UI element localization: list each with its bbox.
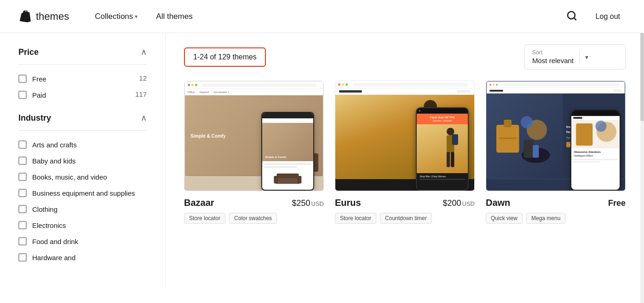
theme-card-bazaar[interactable]: Office Apparel Homeware + Simple & Comfy [184,81,324,230]
filter-label-clothing: Clothing [32,204,58,214]
sort-divider [579,52,580,63]
svg-line-1 [574,17,575,19]
filter-label-books: Books, music, and video [32,172,107,182]
filter-item-hardware[interactable]: Hardware and [18,253,147,262]
filter-label-paid: Paid [32,90,46,100]
sort-label: Sort Most relevant [532,49,574,64]
checkbox-hardware[interactable] [18,253,27,262]
tag-eurus-store-locator[interactable]: Store locator [335,213,376,224]
nav-collections[interactable]: Collections ▾ [87,8,145,25]
price-collapse-icon: ∧ [141,47,147,57]
price-filter-header[interactable]: Price ∧ [18,47,147,57]
filter-count-paid: 117 [135,90,147,98]
logo-link[interactable]: themes [18,10,69,23]
bazaar-preview: Office Apparel Homeware + Simple & Comfy [184,81,324,191]
industry-filter-section: Industry ∧ Arts and crafts Baby and kids [18,113,147,262]
dawn-tags: Quick view Mega menu [486,213,626,224]
filter-label-arts: Arts and crafts [32,140,77,150]
theme-grid: Office Apparel Homeware + Simple & Comfy [184,81,626,230]
results-count: 1-24 of 129 themes [184,47,266,67]
eurus-preview: Flash Sale Off 70% Summer Lookbook [335,81,475,191]
bazaar-tags: Store locator Color swatches [184,213,324,224]
filter-label-electronics: Electronics [32,221,66,230]
bazaar-name: Bazaar [184,198,214,208]
dawn-preview: Industrial design meets fashion. Typical… [486,81,626,191]
dawn-price: Free [608,198,626,208]
filter-item-electronics[interactable]: Electronics [18,221,147,230]
svg-point-34 [521,116,533,128]
eurus-tags: Store locator Countdown timer [335,213,475,224]
theme-card-eurus[interactable]: Flash Sale Off 70% Summer Lookbook [335,81,475,230]
eurus-price: $200USD [443,198,475,208]
search-button[interactable] [563,6,581,27]
filter-item-free[interactable]: Free 12 [18,74,147,84]
checkbox-business[interactable] [18,189,27,197]
svg-rect-26 [451,152,454,167]
filter-item-food[interactable]: Food and drink [18,237,147,246]
scrollbar[interactable] [640,0,644,303]
nav-all-themes[interactable]: All themes [149,8,200,25]
checkbox-clothing[interactable] [18,205,27,213]
filter-label-business: Business equipment and supplies [32,188,135,198]
industry-filter-header[interactable]: Industry ∧ [18,113,147,123]
tag-countdown-timer[interactable]: Countdown timer [380,213,432,224]
svg-point-37 [596,121,607,132]
industry-filter-title: Industry [18,113,51,123]
eurus-info: Eurus $200USD Store locator Countdown ti… [335,191,475,230]
svg-rect-32 [533,145,539,158]
filter-item-paid-left: Paid [18,90,46,100]
checkbox-paid[interactable] [18,91,27,99]
shopify-logo-icon [18,10,32,23]
sort-chevron-icon: ▾ [585,53,588,61]
content-area: 1-24 of 129 themes Sort Most relevant ▾ [166,33,644,289]
sort-label-text: Sort [532,49,574,56]
filter-label-hardware: Hardware and [32,253,75,262]
svg-rect-11 [277,174,299,179]
filter-item-baby[interactable]: Baby and kids [18,156,147,166]
dawn-info: Dawn Free Quick view Mega menu [486,191,626,230]
price-divider [18,64,147,65]
search-icon [566,10,577,21]
logout-button[interactable]: Log out [590,9,626,24]
price-filter-title: Price [18,47,39,57]
checkbox-electronics[interactable] [18,221,27,229]
checkbox-books[interactable] [18,173,27,181]
checkbox-arts[interactable] [18,140,27,149]
checkbox-food[interactable] [18,237,27,245]
header: themes Collections ▾ All themes Log out [0,0,644,33]
checkbox-free[interactable] [18,75,27,83]
svg-rect-28 [504,120,512,128]
filter-item-free-left: Free [18,74,46,84]
sort-dropdown[interactable]: Sort Most relevant ▾ [524,44,626,70]
checkbox-baby[interactable] [18,157,27,165]
filter-label-baby: Baby and kids [32,156,75,166]
tag-store-locator[interactable]: Store locator [184,213,225,224]
filter-item-clothing[interactable]: Clothing [18,204,147,214]
dawn-name-row: Dawn Free [486,198,626,208]
industry-collapse-icon: ∧ [141,113,147,123]
tag-color-swatches[interactable]: Color swatches [229,213,277,224]
theme-card-dawn[interactable]: Industrial design meets fashion. Typical… [486,81,626,230]
eurus-name: Eurus [335,198,361,208]
filter-item-business[interactable]: Business equipment and supplies [18,188,147,198]
svg-rect-25 [446,152,449,167]
eurus-name-row: Eurus $200USD [335,198,475,208]
filter-item-arts[interactable]: Arts and crafts [18,140,147,150]
price-filter-section: Price ∧ Free 12 Paid 117 [18,47,147,100]
logo-text: themes [36,11,69,23]
main-layout: Price ∧ Free 12 Paid 117 [0,33,644,303]
sort-value: Most relevant [532,57,574,64]
sidebar: Price ∧ Free 12 Paid 117 [0,33,166,289]
nav-all-themes-label: All themes [156,12,192,21]
tag-mega-menu[interactable]: Mega menu [526,213,565,224]
filter-item-books[interactable]: Books, music, and video [18,172,147,182]
tag-quick-view[interactable]: Quick view [486,213,523,224]
content-header: 1-24 of 129 themes Sort Most relevant ▾ [184,44,626,70]
svg-rect-24 [452,134,458,145]
filter-item-paid[interactable]: Paid 117 [18,90,147,100]
bazaar-name-row: Bazaar $250USD [184,198,324,208]
dawn-name: Dawn [486,198,510,208]
svg-rect-35 [576,123,592,146]
bazaar-price: $250USD [292,198,324,208]
industry-divider [18,130,147,131]
